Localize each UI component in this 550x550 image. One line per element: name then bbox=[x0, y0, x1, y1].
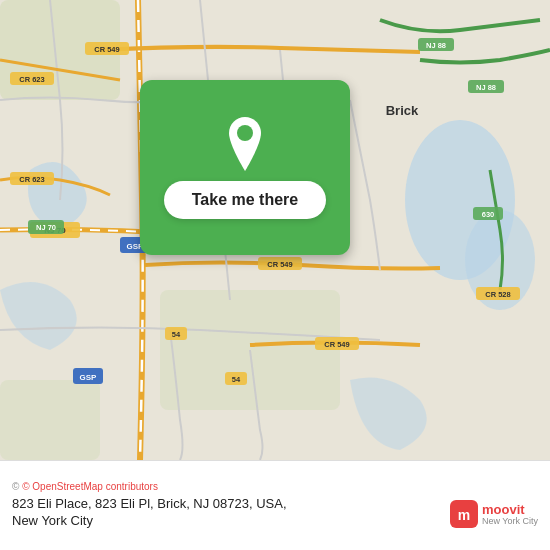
osm-icon: © bbox=[12, 481, 19, 492]
svg-text:m: m bbox=[458, 507, 470, 523]
svg-text:CR 549: CR 549 bbox=[94, 45, 119, 54]
moovit-name: moovit bbox=[482, 502, 538, 517]
svg-text:NJ 70: NJ 70 bbox=[36, 223, 56, 232]
svg-text:CR 549: CR 549 bbox=[324, 340, 349, 349]
svg-text:CR 623: CR 623 bbox=[19, 175, 44, 184]
moovit-text-group: moovit New York City bbox=[482, 502, 538, 526]
take-me-there-button[interactable]: Take me there bbox=[164, 181, 326, 219]
svg-text:CR 549: CR 549 bbox=[267, 260, 292, 269]
bottom-bar: © © OpenStreetMap contributors 823 Eli P… bbox=[0, 460, 550, 550]
svg-text:54: 54 bbox=[172, 330, 181, 339]
svg-text:Brick: Brick bbox=[386, 103, 419, 118]
map-container: NJ 70 CR 549 CR 623 CR 623 bbox=[0, 0, 550, 460]
svg-text:CR 528: CR 528 bbox=[485, 290, 510, 299]
location-pin-icon bbox=[223, 117, 267, 171]
svg-text:NJ 88: NJ 88 bbox=[426, 41, 446, 50]
svg-rect-5 bbox=[0, 380, 100, 460]
osm-link[interactable]: © OpenStreetMap contributors bbox=[22, 481, 158, 492]
svg-text:CR 623: CR 623 bbox=[19, 75, 44, 84]
svg-text:NJ 88: NJ 88 bbox=[476, 83, 496, 92]
moovit-icon: m bbox=[450, 500, 478, 528]
osm-credit: © © OpenStreetMap contributors bbox=[12, 481, 538, 492]
svg-point-37 bbox=[237, 125, 253, 141]
svg-text:630: 630 bbox=[482, 210, 495, 219]
svg-text:GSP: GSP bbox=[80, 373, 98, 382]
svg-text:54: 54 bbox=[232, 375, 241, 384]
moovit-logo: m moovit New York City bbox=[450, 500, 538, 528]
moovit-subtitle: New York City bbox=[482, 517, 538, 526]
location-card: Take me there bbox=[140, 80, 350, 255]
